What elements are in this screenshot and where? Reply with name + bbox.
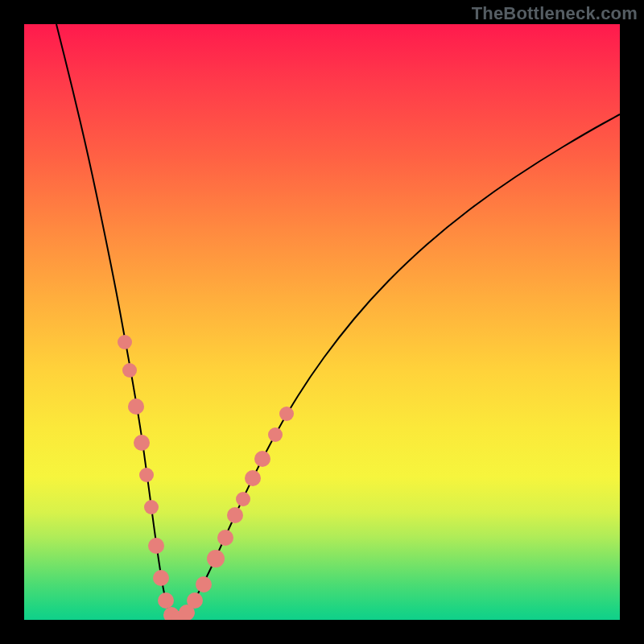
bottleneck-curve	[56, 24, 620, 619]
curve-marker	[227, 507, 243, 523]
chart-frame: TheBottleneck.com	[0, 0, 644, 644]
curve-marker	[268, 427, 283, 442]
source-watermark: TheBottleneck.com	[472, 3, 638, 24]
curve-marker	[254, 451, 270, 467]
curve-marker	[236, 492, 250, 506]
curve-marker	[148, 538, 164, 554]
curve-marker	[217, 530, 233, 546]
curve-marker	[187, 592, 203, 609]
curve-marker	[134, 435, 150, 451]
chart-overlay-svg	[24, 24, 620, 620]
curve-marker	[139, 468, 154, 482]
curve-marker	[122, 363, 137, 378]
curve-marker	[279, 407, 294, 421]
curve-marker	[128, 398, 144, 415]
curve-marker	[144, 500, 159, 514]
curve-marker	[153, 570, 169, 586]
curve-marker	[118, 335, 132, 349]
plot-area	[24, 24, 620, 620]
curve-marker	[207, 550, 225, 568]
curve-marker	[158, 592, 174, 609]
curve-marker	[245, 470, 261, 486]
curve-marker	[196, 576, 212, 592]
marker-group	[118, 335, 294, 620]
